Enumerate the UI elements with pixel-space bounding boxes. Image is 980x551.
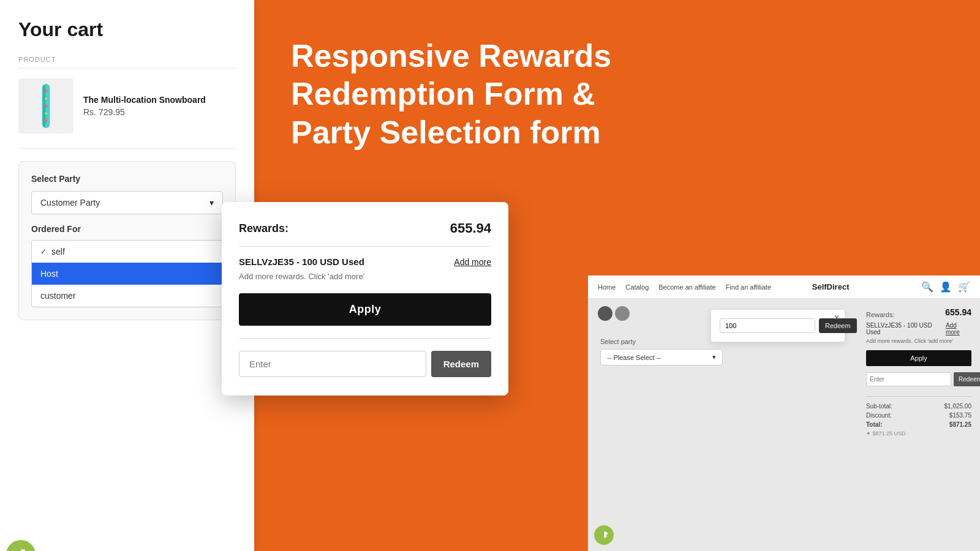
chevron-down-icon: ▾ (209, 198, 214, 208)
party-dropdown[interactable]: Customer Party ▾ (31, 191, 223, 214)
redeem-row: Redeem (239, 351, 491, 377)
product-price: Rs. 729.95 (83, 107, 206, 117)
mini-total-label: Total: (866, 421, 882, 428)
party-dropdown-value: Customer Party (40, 198, 100, 208)
mini-redeem-input[interactable] (866, 372, 951, 386)
mini-coupon-code: SELLVzJE35 - 100 USD Used (866, 322, 946, 335)
avatar-1 (598, 306, 612, 321)
mini-popup: ✕ Redeem (710, 309, 845, 342)
mini-discount-value: $153.75 (949, 412, 971, 419)
mini-popup-close[interactable]: ✕ (834, 313, 840, 322)
mini-subtotal-label: Sub-total: (866, 403, 892, 410)
mini-rewards-header: Rewards: 655.94 (866, 307, 971, 322)
ordered-for-label: Ordered For (31, 224, 223, 234)
product-column-header: PRODUCT (18, 56, 236, 69)
mini-redeem-row: Redeem (866, 372, 971, 386)
coupon-code: SELLVzJE35 - 100 USD Used (239, 257, 364, 267)
apply-button[interactable]: Apply (239, 293, 491, 326)
rewards-modal: Rewards: 655.94 SELLVzJE35 - 100 USD Use… (222, 202, 508, 395)
mini-discount-label: Discount: (866, 412, 892, 419)
enter-input[interactable] (239, 351, 426, 377)
mini-coupon-row: SELLVzJE35 - 100 USD Used Add more (866, 322, 971, 335)
svg-point-2 (45, 90, 48, 93)
divider (18, 148, 236, 149)
product-image (18, 78, 74, 133)
product-info: The Multi-location Snowboard Rs. 729.95 (83, 95, 206, 117)
mini-subtotal-row: Sub-total: $1,025.00 (866, 403, 971, 410)
mini-nav: Home Catalog Become an affiliate Find an… (588, 276, 980, 299)
mini-nav-catalog[interactable]: Catalog (625, 283, 649, 291)
option-self[interactable]: self (32, 241, 222, 263)
mini-popup-input[interactable] (720, 318, 815, 333)
ordered-for-dropdown: self Host customer (31, 240, 223, 307)
modal-top-divider (239, 246, 491, 247)
mini-panel: Home Catalog Become an affiliate Find an… (588, 276, 980, 551)
option-customer[interactable]: customer (32, 285, 222, 307)
mini-nav-home[interactable]: Home (598, 283, 616, 291)
mini-nav-find[interactable]: Find an affiliate (726, 283, 771, 291)
mini-apply-button[interactable]: Apply (866, 350, 971, 366)
svg-point-3 (45, 97, 47, 99)
option-host[interactable]: Host (32, 263, 222, 285)
cart-icon[interactable]: 🛒 (958, 281, 970, 293)
shopify-badge (6, 540, 36, 551)
left-cart-panel: Your cart PRODUCT The Multi-location Sno… (0, 0, 254, 551)
mini-popup-input-row: Redeem (720, 318, 836, 333)
mini-nav-brand: SelfDirect (812, 282, 850, 291)
mini-nav-affiliate[interactable]: Become an affiliate (658, 283, 715, 291)
user-icon[interactable]: 👤 (940, 281, 952, 293)
coupon-row: SELLVzJE35 - 100 USD Used Add more (239, 257, 491, 267)
mini-discount-row: Discount: $153.75 (866, 412, 971, 419)
rewards-label: Rewards: (239, 222, 288, 235)
hero-title: Responsive Rewards Redemption Form & Par… (291, 37, 658, 151)
mini-total-row: Total: $871.25 (866, 421, 971, 428)
rewards-header: Rewards: 655.94 (239, 220, 491, 236)
mini-order-summary: Sub-total: $1,025.00 Discount: $153.75 T… (866, 396, 971, 437)
option-customer-label: customer (40, 291, 76, 301)
modal-bottom-divider (239, 338, 491, 339)
svg-point-6 (45, 119, 48, 122)
select-party-label: Select Party (31, 174, 223, 184)
option-host-label: Host (40, 269, 58, 279)
mini-rewards-label: Rewards: (866, 311, 894, 318)
coupon-hint: Add more rewards. Click 'add more' (239, 272, 491, 281)
mini-right-panel: Rewards: 655.94 SELLVzJE35 - 100 USD Use… (858, 299, 980, 448)
mini-rewards-value: 655.94 (945, 307, 971, 317)
mini-subtotal-note: ✦ $871.25 USD (866, 430, 971, 437)
mini-subtotal-value: $1,025.00 (944, 403, 972, 410)
mini-redeem-button[interactable]: Redeem (954, 372, 980, 386)
avatar-2 (615, 306, 630, 321)
product-row: The Multi-location Snowboard Rs. 729.95 (18, 78, 236, 133)
add-more-link[interactable]: Add more (454, 257, 491, 267)
search-icon[interactable]: 🔍 (921, 281, 933, 293)
mini-coupon-hint: Add more rewards. Click 'add more' (866, 338, 971, 344)
mini-party-dropdown[interactable]: -- Please Select -- ▾ (600, 349, 723, 365)
product-name: The Multi-location Snowboard (83, 95, 206, 105)
mini-dropdown-value: -- Please Select -- (607, 354, 661, 361)
select-party-card: Select Party Customer Party ▾ Ordered Fo… (18, 161, 236, 320)
mini-shopify-badge (594, 525, 614, 545)
option-self-label: self (51, 247, 65, 257)
svg-point-4 (45, 105, 48, 108)
mini-nav-icons: 🔍 👤 🛒 (921, 281, 970, 293)
redeem-button[interactable]: Redeem (431, 351, 491, 377)
mini-select-party-label: Select party (600, 338, 723, 345)
rewards-value: 655.94 (450, 220, 491, 236)
mini-chevron-icon: ▾ (712, 353, 716, 361)
cart-title: Your cart (18, 18, 236, 41)
mini-left-column: Select party -- Please Select -- ▾ (600, 338, 723, 365)
mini-subtotal-note-text: ✦ $871.25 USD (866, 430, 906, 437)
mini-add-more[interactable]: Add more (946, 322, 971, 335)
svg-point-5 (45, 112, 47, 114)
mini-total-value: $871.25 (949, 421, 971, 428)
